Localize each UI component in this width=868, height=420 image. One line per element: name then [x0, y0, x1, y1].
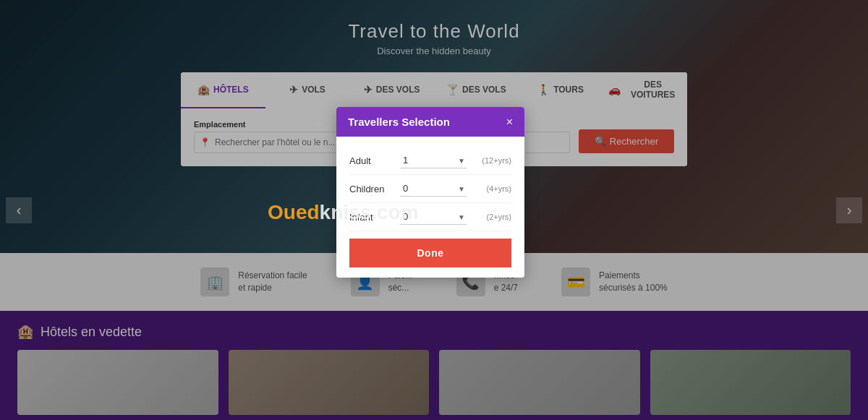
children-row: Children 0 1 2 3 ▼ (4+yrs) — [349, 175, 511, 203]
watermark-kniss: kniss — [320, 201, 372, 223]
adult-row: Adult 1 2 3 4 ▼ (12+yrs) — [349, 147, 511, 175]
modal-close-button[interactable]: × — [506, 116, 513, 128]
adult-age-hint: (12+yrs) — [474, 156, 511, 165]
children-age-hint: (4+yrs) — [474, 184, 511, 193]
children-select-wrap: 0 1 2 3 ▼ — [400, 181, 467, 197]
adult-select[interactable]: 1 2 3 4 — [400, 153, 467, 168]
watermark-com: .com — [371, 201, 418, 223]
children-select[interactable]: 0 1 2 3 — [400, 181, 467, 197]
modal-footer: Done — [349, 231, 511, 267]
travellers-selection-modal: Travellers Selection × Adult 1 2 3 4 ▼ (… — [336, 107, 524, 278]
modal-header: Travellers Selection × — [336, 107, 524, 137]
infant-age-hint: (2+yrs) — [474, 213, 511, 221]
children-label: Children — [349, 184, 393, 194]
watermark-oued: Oued — [268, 201, 320, 223]
modal-title: Travellers Selection — [348, 116, 450, 128]
done-button[interactable]: Done — [349, 239, 511, 267]
adult-label: Adult — [349, 155, 393, 166]
adult-select-wrap: 1 2 3 4 ▼ — [400, 153, 467, 168]
watermark: Ouedkniss.com — [268, 201, 419, 224]
